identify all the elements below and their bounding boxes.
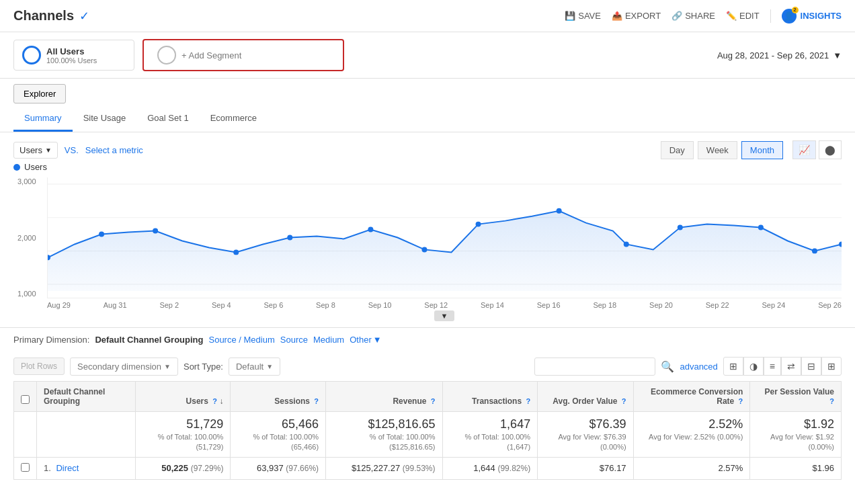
revenue-header: Revenue ? bbox=[326, 382, 442, 412]
table-row: 1. Direct 50,225 (97.29%) 63,937 (97.66%… bbox=[14, 458, 842, 480]
x-axis: Aug 29 Aug 31 Sep 2 Sep 4 Sep 6 Sep 8 Se… bbox=[47, 298, 842, 309]
source-link[interactable]: Source bbox=[280, 335, 308, 345]
row-checkbox-cell bbox=[14, 458, 37, 480]
avg-order-header: Avg. Order Value ? bbox=[538, 382, 633, 412]
svg-point-7 bbox=[233, 249, 239, 255]
explorer-button[interactable]: Explorer bbox=[13, 84, 66, 103]
totals-per-session-cell: $1.92 Avg for View: $1.92 (0.00%) bbox=[750, 412, 842, 458]
tab-goal-set[interactable]: Goal Set 1 bbox=[136, 109, 199, 132]
row-checkbox[interactable] bbox=[21, 463, 30, 472]
row-avg-order-cell: $76.17 bbox=[538, 458, 633, 480]
time-controls: Day Week Month 📈 ⬤ bbox=[661, 140, 842, 159]
add-segment-button[interactable]: + Add Segment bbox=[142, 39, 344, 71]
pie-chart-icon[interactable]: ⬤ bbox=[819, 140, 842, 159]
channel-link[interactable]: Direct bbox=[56, 463, 79, 473]
table-view-buttons: ⊞ ◑ ≡ ⇄ ⊟ ⊞ bbox=[723, 357, 842, 376]
totals-avg-order-cell: $76.39 Avg for View: $76.39 (0.00%) bbox=[538, 412, 633, 458]
users-info-icon[interactable]: ? bbox=[212, 397, 217, 405]
sessions-header: Sessions ? bbox=[231, 382, 326, 412]
y-axis: 3,000 2,000 1,000 bbox=[17, 177, 36, 298]
toolbar-separator bbox=[770, 9, 771, 23]
pie-view-button[interactable]: ◑ bbox=[743, 357, 764, 376]
insights-button[interactable]: 👤2 INSIGHTS bbox=[782, 9, 842, 24]
share-icon: 🔗 bbox=[671, 11, 682, 21]
row-conversion-cell: 2.57% bbox=[633, 458, 750, 480]
totals-sessions-cell: 65,466 % of Total: 100.00% (65,466) bbox=[231, 412, 326, 458]
chart-wrapper: 3,000 2,000 1,000 bbox=[47, 177, 842, 298]
row-users-cell: 50,225 (97.29%) bbox=[135, 458, 231, 480]
legend-dot-icon bbox=[13, 164, 20, 171]
all-users-segment[interactable]: All Users 100.00% Users bbox=[13, 40, 134, 71]
svg-point-14 bbox=[678, 225, 683, 230]
toolbar: 💾 SAVE 📤 EXPORT 🔗 SHARE ✏️ EDIT 👤2 INSIG… bbox=[565, 9, 842, 24]
save-button[interactable]: 💾 SAVE bbox=[565, 11, 601, 21]
totals-label-cell bbox=[37, 412, 136, 458]
select-all-checkbox[interactable] bbox=[21, 395, 30, 404]
secondary-dimension-dropdown[interactable]: Secondary dimension ▼ bbox=[70, 358, 178, 376]
grid-view-button[interactable]: ⊞ bbox=[723, 357, 743, 376]
bar-view-button[interactable]: ≡ bbox=[764, 357, 781, 376]
totals-conversion-cell: 2.52% Avg for View: 2.52% (0.00%) bbox=[633, 412, 750, 458]
sort-type-dropdown[interactable]: Default ▼ bbox=[229, 358, 280, 376]
revenue-info-icon[interactable]: ? bbox=[431, 397, 436, 405]
advanced-link[interactable]: advanced bbox=[680, 362, 717, 372]
metric-dropdown-arrow-icon: ▼ bbox=[45, 146, 52, 154]
sub-tabs: Summary Site Usage Goal Set 1 Ecommerce bbox=[13, 109, 842, 132]
secondary-controls: Plot Rows Secondary dimension ▼ Sort Typ… bbox=[13, 358, 280, 376]
totals-users-cell: 51,729 % of Total: 100.00% (51,729) bbox=[135, 412, 231, 458]
top-bar: Channels ✓ 💾 SAVE 📤 EXPORT 🔗 SHARE ✏️ ED… bbox=[0, 0, 855, 32]
explorer-area: Explorer Summary Site Usage Goal Set 1 E… bbox=[0, 79, 855, 132]
users-sort-icon[interactable]: ↓ bbox=[219, 396, 223, 406]
verified-icon: ✓ bbox=[79, 9, 89, 24]
day-button[interactable]: Day bbox=[661, 141, 694, 159]
avg-order-info-icon[interactable]: ? bbox=[622, 397, 626, 405]
row-sessions-cell: 63,937 (97.66%) bbox=[231, 458, 326, 480]
metric-selector: Users ▼ VS. Select a metric bbox=[13, 142, 143, 159]
search-button[interactable]: 🔍 bbox=[661, 360, 674, 373]
sort-dropdown-arrow-icon: ▼ bbox=[266, 363, 273, 370]
per-session-info-icon[interactable]: ? bbox=[829, 397, 834, 405]
edit-button[interactable]: ✏️ EDIT bbox=[726, 11, 760, 21]
table-container: Default Channel Grouping Users ? ↓ Sessi… bbox=[0, 381, 855, 493]
line-chart-icon[interactable]: 📈 bbox=[792, 140, 816, 159]
export-button[interactable]: 📤 EXPORT bbox=[612, 11, 661, 21]
chart-outer: Users 3,000 2,000 1,000 bbox=[0, 162, 855, 327]
compare-view-button[interactable]: ⇄ bbox=[781, 357, 801, 376]
medium-link[interactable]: Medium bbox=[313, 335, 344, 345]
export-icon: 📤 bbox=[612, 11, 622, 21]
metric-dropdown[interactable]: Users ▼ bbox=[13, 142, 58, 159]
users-header: Users ? ↓ bbox=[135, 382, 231, 412]
detail-view-button[interactable]: ⊞ bbox=[821, 357, 842, 376]
sessions-info-icon[interactable]: ? bbox=[314, 397, 319, 405]
tab-summary[interactable]: Summary bbox=[13, 109, 73, 132]
transactions-info-icon[interactable]: ? bbox=[526, 397, 530, 405]
svg-point-5 bbox=[99, 232, 104, 237]
share-button[interactable]: 🔗 SHARE bbox=[671, 11, 715, 21]
select-metric-link[interactable]: Select a metric bbox=[85, 145, 143, 155]
segment-area: All Users 100.00% Users + Add Segment Au… bbox=[0, 32, 855, 79]
primary-dimension-bar: Primary Dimension: Default Channel Group… bbox=[0, 327, 855, 349]
date-range-selector[interactable]: Aug 28, 2021 - Sep 26, 2021 ▼ bbox=[717, 50, 842, 60]
chart-expand-handle[interactable]: ▼ bbox=[47, 310, 842, 321]
tab-site-usage[interactable]: Site Usage bbox=[73, 109, 137, 132]
segment-left: All Users 100.00% Users + Add Segment bbox=[13, 39, 709, 71]
tab-ecommerce[interactable]: Ecommerce bbox=[200, 109, 268, 132]
svg-point-13 bbox=[624, 241, 629, 247]
other-dropdown[interactable]: Other ▼ bbox=[350, 335, 381, 345]
totals-transactions-cell: 1,647 % of Total: 100.00% (1,647) bbox=[442, 412, 538, 458]
title-area: Channels ✓ bbox=[13, 8, 89, 24]
chart-view-icons: 📈 ⬤ bbox=[792, 140, 842, 159]
search-input[interactable] bbox=[534, 358, 655, 376]
week-button[interactable]: Week bbox=[698, 141, 737, 159]
other-dropdown-arrow-icon: ▼ bbox=[373, 335, 382, 345]
data-table: Default Channel Grouping Users ? ↓ Sessi… bbox=[13, 381, 842, 480]
conversion-info-icon[interactable]: ? bbox=[739, 397, 743, 405]
source-medium-link[interactable]: Source / Medium bbox=[208, 335, 274, 345]
plot-rows-button[interactable]: Plot Rows bbox=[13, 358, 65, 375]
page-title: Channels bbox=[13, 8, 74, 24]
pivot-view-button[interactable]: ⊟ bbox=[801, 357, 821, 376]
conversion-header: Ecommerce Conversion Rate ? bbox=[633, 382, 750, 412]
month-button[interactable]: Month bbox=[741, 141, 783, 159]
svg-point-11 bbox=[476, 222, 481, 227]
segment-circle-icon bbox=[22, 46, 41, 65]
